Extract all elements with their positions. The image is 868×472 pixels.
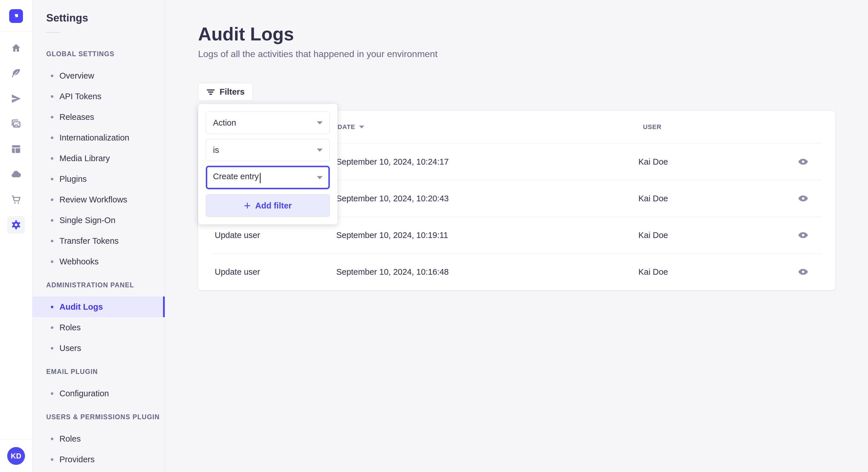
sidebar-item-configuration[interactable]: Configuration <box>32 383 165 404</box>
cell-action: Update user <box>198 231 336 240</box>
sidebar-item-roles[interactable]: Roles <box>32 429 165 449</box>
bullet-icon <box>51 198 53 201</box>
eye-icon <box>797 266 809 278</box>
sidebar-item-label: Roles <box>59 323 81 332</box>
paper-plane-icon[interactable] <box>7 90 25 107</box>
sidebar-item-users[interactable]: Users <box>32 338 165 359</box>
add-filter-label: Add filter <box>255 201 291 210</box>
media-library-icon[interactable] <box>7 115 25 133</box>
gear-icon[interactable] <box>7 216 25 234</box>
sidebar-item-internationalization[interactable]: Internationalization <box>32 127 165 148</box>
cell-user: Kai Doe <box>639 231 797 240</box>
nav-section: GLOBAL SETTINGS Overview API Tokens Rele… <box>32 50 165 272</box>
layout-icon[interactable] <box>7 140 25 158</box>
settings-subnav: Settings GLOBAL SETTINGS Overview API To… <box>32 0 165 472</box>
sidebar-item-label: Plugins <box>59 174 87 184</box>
bullet-icon <box>51 347 53 349</box>
sidebar-item-providers[interactable]: Providers <box>32 449 165 470</box>
column-header-date-label: DATE <box>338 123 355 131</box>
column-header-date[interactable]: DATE <box>338 123 643 131</box>
filter-icon <box>206 88 215 96</box>
sidebar-item-overview[interactable]: Overview <box>32 65 165 86</box>
sidebar-item-review-workflows[interactable]: Review Workflows <box>32 189 165 210</box>
sidebar-item-webhooks[interactable]: Webhooks <box>32 251 165 272</box>
view-log-button[interactable] <box>797 266 809 278</box>
page-subtitle: Logs of all the activities that happened… <box>198 49 437 59</box>
bullet-icon <box>51 240 53 242</box>
cell-action: Update user <box>198 267 336 277</box>
cell-user: Kai Doe <box>639 194 797 203</box>
plus-icon: + <box>244 200 251 211</box>
cell-date: September 10, 2024, 10:24:17 <box>336 157 639 167</box>
sidebar-item-label: Media Library <box>59 154 110 163</box>
view-log-button[interactable] <box>797 193 809 204</box>
eye-icon <box>797 193 809 204</box>
sidebar-item-label: Providers <box>59 455 95 464</box>
sidebar-item-api-tokens[interactable]: API Tokens <box>32 86 165 107</box>
nav-section-items: Audit Logs Roles Users <box>32 297 165 359</box>
subnav-title-divider <box>46 32 60 33</box>
filter-field-select[interactable]: Action <box>206 111 330 134</box>
home-icon[interactable] <box>7 39 25 57</box>
nav-section-items: Roles Providers <box>32 429 165 470</box>
sidebar-item-media-library[interactable]: Media Library <box>32 148 165 169</box>
filters-button-label: Filters <box>220 87 245 97</box>
filter-value-combobox[interactable]: Create entry <box>206 166 330 189</box>
rail-icons <box>7 39 25 234</box>
bullet-icon <box>51 219 53 222</box>
sort-descending-icon <box>359 126 364 129</box>
chevron-down-icon <box>317 121 322 125</box>
filter-operator-value: is <box>213 145 219 155</box>
sidebar-item-single-sign-on[interactable]: Single Sign-On <box>32 210 165 231</box>
sidebar-item-label: Releases <box>59 112 94 122</box>
bullet-icon <box>51 392 53 395</box>
sidebar-item-label: API Tokens <box>59 92 101 101</box>
bullet-icon <box>51 458 53 461</box>
sidebar-item-label: Review Workflows <box>59 195 127 204</box>
sidebar-item-roles[interactable]: Roles <box>32 317 165 338</box>
view-log-button[interactable] <box>797 156 809 167</box>
settings-nav-sections: GLOBAL SETTINGS Overview API Tokens Rele… <box>32 50 165 470</box>
sidebar-item-plugins[interactable]: Plugins <box>32 169 165 189</box>
logo-wrap <box>9 0 23 32</box>
nav-section-label: USERS & PERMISSIONS PLUGIN <box>46 413 165 421</box>
bullet-icon <box>51 116 53 119</box>
nav-section: ADMINISTRATION PANEL Audit Logs Roles Us… <box>32 281 165 359</box>
cloud-icon[interactable] <box>7 165 25 183</box>
nav-section-label: GLOBAL SETTINGS <box>46 50 165 58</box>
filter-value-text: Create entry <box>213 172 259 181</box>
sidebar-item-label: Configuration <box>59 389 109 398</box>
cell-user: Kai Doe <box>639 267 797 277</box>
avatar[interactable]: KD <box>7 447 25 465</box>
cell-user: Kai Doe <box>639 157 797 167</box>
filter-operator-select[interactable]: is <box>206 139 330 161</box>
bullet-icon <box>51 306 53 308</box>
strapi-logo-glyph <box>11 11 21 21</box>
feather-icon[interactable] <box>7 65 25 82</box>
nav-section-label: ADMINISTRATION PANEL <box>46 281 165 289</box>
nav-section-items: Configuration <box>32 383 165 404</box>
nav-section-label: EMAIL PLUGIN <box>46 368 165 376</box>
sidebar-item-releases[interactable]: Releases <box>32 107 165 127</box>
table-row[interactable]: Update user September 10, 2024, 10:16:48… <box>198 254 835 290</box>
strapi-logo[interactable] <box>9 9 23 23</box>
sidebar-item-label: Transfer Tokens <box>59 236 119 246</box>
cell-date: September 10, 2024, 10:19:11 <box>336 231 639 240</box>
filters-button[interactable]: Filters <box>198 83 253 101</box>
chevron-down-icon <box>317 148 322 152</box>
eye-icon <box>797 229 809 241</box>
sidebar-item-label: Roles <box>59 434 81 444</box>
chevron-down-icon <box>317 176 322 179</box>
column-header-user[interactable]: USER <box>643 123 804 131</box>
add-filter-button[interactable]: + Add filter <box>206 194 330 217</box>
sidebar-item-label: Users <box>59 343 81 353</box>
view-log-button[interactable] <box>797 229 809 241</box>
sidebar-item-audit-logs[interactable]: Audit Logs <box>32 297 165 317</box>
subnav-title: Settings <box>46 11 165 25</box>
sidebar-item-label: Single Sign-On <box>59 216 115 225</box>
sidebar-item-transfer-tokens[interactable]: Transfer Tokens <box>32 231 165 251</box>
bullet-icon <box>51 136 53 139</box>
cart-icon[interactable] <box>7 191 25 208</box>
rail-divider <box>0 32 32 32</box>
cell-date: September 10, 2024, 10:20:43 <box>336 194 639 203</box>
